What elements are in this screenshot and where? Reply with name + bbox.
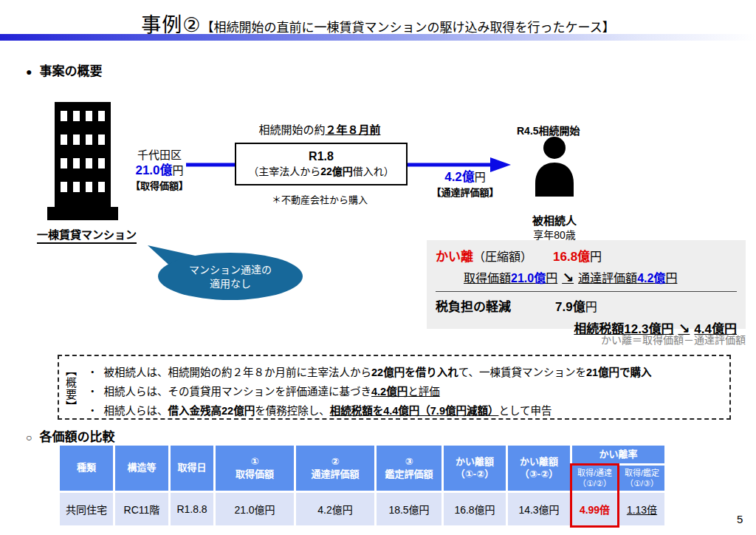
col-header-type: 種類 xyxy=(60,446,113,491)
col-header-acq: ①取得価額 xyxy=(216,446,294,491)
person-icon xyxy=(533,136,576,214)
purchase-loan-note: （主宰法人から22億円借入れ） xyxy=(236,165,406,180)
section-heading-case-label: 事案の概要 xyxy=(39,64,102,78)
cell-acq: 21.0億円 xyxy=(216,493,294,525)
col-header-structure: 構造等 xyxy=(115,446,168,491)
title-main: 事例② xyxy=(141,14,201,36)
divergence-label: かい離 xyxy=(436,250,473,264)
speech-bubble: マンション通達の 適用なし xyxy=(142,242,304,304)
col-header-kantei: ③鑑定評価額 xyxy=(377,446,441,491)
acq-bracket-label: 【取得価額】 xyxy=(124,180,195,193)
col-header-kairi32: かい離額（③-②） xyxy=(508,446,570,491)
decedent-label: 被相続人 xyxy=(518,213,591,228)
timeline-pre: 相続開始の約 xyxy=(258,123,325,136)
down-right-arrow-icon: ↘ xyxy=(557,270,578,285)
purchase-date: R1.8 xyxy=(236,149,406,165)
cell-tsutatsu: 4.2億円 xyxy=(296,493,374,525)
col-header-rate: かい離率 xyxy=(572,446,664,463)
evaluation-value-block: 4.2億円 【通達評価額】 xyxy=(427,168,504,200)
open-circle-bullet: ○ xyxy=(26,432,32,443)
purchase-source-note: ＊不動産会社から購入 xyxy=(235,192,405,206)
eval-value: 4.2億 xyxy=(444,170,475,184)
col-header-kairi12: かい離額（①-②） xyxy=(444,446,506,491)
overview-bullet-3: ・相続人らは、借入金残高22億円を債務控除し、相続税額を4.4億円（7.9億円減… xyxy=(87,402,552,418)
building-label: 一棟賃貸マンション xyxy=(37,226,137,244)
col-header-date: 取得日 xyxy=(171,446,213,491)
filled-circle-bullet: ● xyxy=(26,66,32,78)
acquisition-price-block: 千代田区 21.0億円 【取得価額】 xyxy=(124,148,195,193)
price-drop-line: 取得価額21.0億円↘通達評価額4.2億円 xyxy=(464,268,737,286)
divergence-value: 16.8億 xyxy=(553,250,590,264)
cell-kairi12: 16.8億円 xyxy=(444,493,506,525)
timeline-label: 相続開始の約２年８月前 xyxy=(235,121,405,137)
decedent-labels: 被相続人 享年80歳 xyxy=(518,213,591,243)
eval-bracket-label: 【通達評価額】 xyxy=(427,186,504,200)
overview-box: 【概要】 ・被相続人は、相続開始の約２年８か月前に主宰法人から22億円を借り入れ… xyxy=(58,355,731,420)
cell-kantei: 18.5億円 xyxy=(377,493,441,525)
overview-bullet-1: ・被相続人は、相続開始の約２年８か月前に主宰法人から22億円を借り入れて、一棟賃… xyxy=(87,364,652,379)
rate-highlight-frame xyxy=(570,463,619,528)
acq-unit: 円 xyxy=(173,164,184,177)
cell-structure: RC11階 xyxy=(115,493,168,525)
section-heading-comparison: ○各価額の比較 xyxy=(26,426,114,445)
divergence-summary-box: かい離（圧縮額）16.8億円 取得価額21.0億円↘通達評価額4.2億円 税負担… xyxy=(427,240,746,329)
overview-vertical-label: 【概要】 xyxy=(65,365,76,414)
timeline-em: ２年８月前 xyxy=(326,123,381,136)
col-header-tsutatsu: ②通達評価額 xyxy=(296,446,374,491)
location-label: 千代田区 xyxy=(124,148,195,163)
page-number: 5 xyxy=(737,513,743,525)
building-icon xyxy=(43,102,123,225)
cell-type: 共同住宅 xyxy=(60,493,113,525)
col-header-rate13: 取得/鑑定（①/③） xyxy=(619,466,664,491)
cell-kairi32: 14.3億円 xyxy=(508,493,570,525)
cell-rate13: 1.13倍 xyxy=(619,493,664,525)
inheritance-start-label: R4.5相続開始 xyxy=(517,123,580,137)
divergence-formula-note: かい離＝取得価額－通達評価額 xyxy=(517,332,746,347)
overview-bullet-2: ・相続人らは、その賃貸用マンションを評価通達に基づき4.2億円と評価 xyxy=(87,383,440,398)
divergence-line: かい離（圧縮額）16.8億円 xyxy=(436,246,737,265)
eval-unit: 円 xyxy=(475,171,486,183)
tax-reduction-line: 税負担の軽減7.9億円 xyxy=(436,296,737,315)
section-heading-comparison-label: 各価額の比較 xyxy=(39,430,114,444)
acq-value: 21.0億 xyxy=(135,163,172,177)
purchase-event-box: R1.8 （主宰法人から22億円借入れ） xyxy=(235,143,408,185)
cell-date: R1.8.8 xyxy=(171,493,213,525)
bubble-text: マンション通達の 適用なし xyxy=(164,263,297,291)
title-divider-bar xyxy=(0,34,756,41)
section-heading-case: ●事案の概要 xyxy=(26,61,102,79)
title-sub: 【相続開始の直前に一棟賃貸マンションの駆け込み取得を行ったケース】 xyxy=(202,21,615,35)
